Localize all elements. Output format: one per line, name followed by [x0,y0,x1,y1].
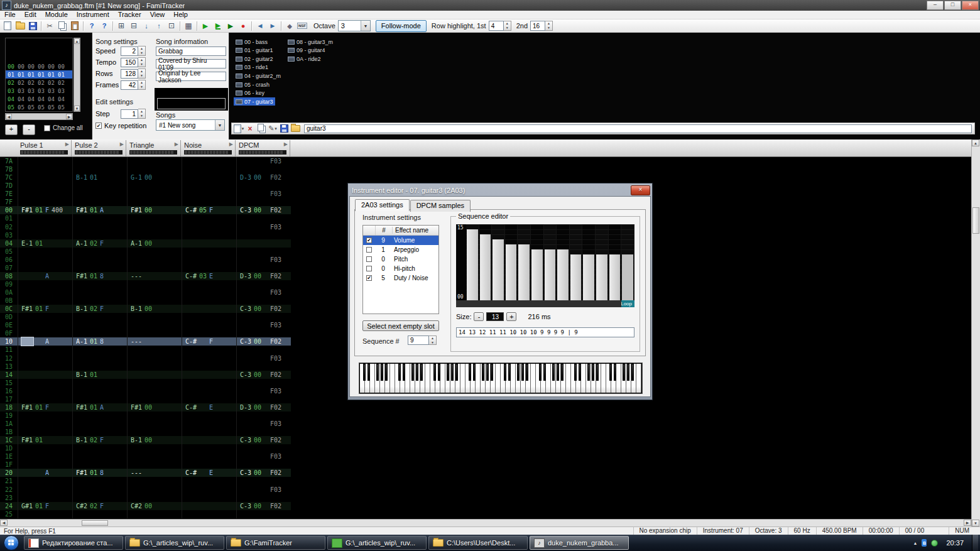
show-desktop-button[interactable] [972,535,978,551]
scroll-right-icon[interactable]: ▶ [66,114,72,119]
pattern-cell[interactable] [127,157,182,165]
pattern-cell[interactable] [236,428,291,436]
pattern-cell[interactable] [18,321,72,329]
taskbar-button[interactable]: C:\Users\User\Deskt... [428,536,528,550]
pattern-cell[interactable]: C-#F [182,337,236,346]
pattern-cell[interactable] [182,223,236,231]
sequence-number-spinner[interactable]: ▲▼ [429,336,437,345]
taskbar-button[interactable]: G:\_articles_wip\_ruv... [327,536,427,550]
black-key[interactable] [455,364,458,381]
pattern-cell[interactable] [182,379,236,387]
instrument-item[interactable]: 09 - guitar4 [286,46,327,55]
pattern-cell[interactable]: D-300F02 [236,173,291,182]
menu-item-tracker[interactable]: Tracker [114,11,146,19]
pattern-cell[interactable] [127,248,182,256]
pattern-cell[interactable] [182,428,236,436]
pattern-cell[interactable] [127,452,182,461]
black-key[interactable] [451,364,454,381]
pattern-cell[interactable]: F03 [236,486,291,494]
spinner-down-icon[interactable]: ▼ [138,74,145,78]
move-frame-down-button[interactable]: ↓ [140,20,153,31]
black-key[interactable] [433,364,436,381]
pattern-cell[interactable] [182,182,236,190]
pattern-cell[interactable] [236,477,291,485]
black-key[interactable] [416,364,418,381]
taskbar-button[interactable]: Редактирование ста... [24,536,123,550]
play-button[interactable]: ▶ [199,20,212,31]
white-key[interactable] [390,364,395,393]
pattern-cell[interactable] [182,321,236,329]
pattern-cell[interactable] [72,354,127,363]
spinner-down-icon[interactable]: ▼ [545,26,552,30]
pattern-cell[interactable]: C-#03E [182,272,236,280]
move-frame-up-button[interactable]: ↑ [153,20,165,31]
black-key[interactable] [411,364,414,381]
pattern-cell[interactable] [72,387,127,395]
sequence-enable-checkbox[interactable] [366,266,372,271]
channel-header-pulse2[interactable]: Pulse 2▶ [72,140,126,156]
pattern-cell[interactable] [127,461,182,469]
pattern-cell[interactable] [182,436,236,444]
pattern-cell[interactable] [182,371,236,379]
pattern-cell[interactable] [72,477,127,485]
pattern-cell[interactable]: A [18,469,72,477]
pattern-cell[interactable] [236,297,291,305]
pattern-cell[interactable] [236,346,291,354]
pattern-cell[interactable] [18,420,72,428]
pattern-cell[interactable] [127,264,182,272]
pattern-cell[interactable] [72,288,127,297]
pattern-cell[interactable]: F#100 [127,403,182,412]
pattern-cell[interactable] [182,494,236,502]
pattern-cell[interactable] [127,354,182,363]
pattern-cell[interactable] [18,428,72,436]
pattern-hscrollbar[interactable]: ◀ ▶ [0,519,971,526]
new-file-button[interactable] [1,20,14,31]
white-key[interactable] [496,364,501,393]
frame-row[interactable]: 050505050505 [6,103,72,111]
pattern-cell[interactable] [182,346,236,354]
instrument-item[interactable]: 02 - guitar2 [234,55,275,63]
pattern-cell[interactable] [182,412,236,420]
pattern-cell[interactable] [18,157,72,165]
channel-header-pulse1[interactable]: Pulse 1▶ [18,140,72,156]
frame-add-button[interactable]: + [5,124,18,135]
black-key[interactable] [596,364,599,381]
pattern-cell[interactable] [72,395,127,403]
channel-header-triangle[interactable]: Triangle▶ [127,140,181,156]
sequence-bar-column[interactable] [479,224,493,300]
black-key[interactable] [473,364,476,381]
remove-instrument-button[interactable]: × [244,124,256,134]
step-input[interactable]: 1 [121,109,138,119]
black-key[interactable] [403,364,405,381]
pattern-cell[interactable] [236,280,291,288]
channel-expand-icon[interactable]: ▶ [284,141,288,147]
sequence-bar-column[interactable] [531,224,544,300]
minimize-button[interactable]: – [927,1,944,10]
pattern-cell[interactable] [72,444,127,452]
pattern-cell[interactable] [182,157,236,165]
pattern-cell[interactable] [72,297,127,305]
scroll-up-icon[interactable]: ▲ [74,38,80,44]
black-key[interactable] [631,364,634,381]
chevron-down-icon[interactable]: ▼ [215,120,224,130]
pattern-cell[interactable] [127,329,182,337]
pattern-cell[interactable]: A [18,272,72,280]
spinner-down-icon[interactable]: ▼ [138,85,145,89]
menu-item-file[interactable]: File [0,11,20,19]
instrument-item[interactable]: 05 - crash [234,80,271,89]
pattern-cell[interactable] [72,231,127,239]
pattern-cell[interactable]: F03 [236,256,291,264]
dialog-title-bar[interactable]: Instrument editor - 07. guitar3 (2A03) × [349,185,651,196]
rows-input[interactable]: 128 [121,69,138,79]
pattern-cell[interactable]: F03 [236,223,291,231]
pattern-cell[interactable] [127,280,182,288]
change-all-checkbox[interactable] [44,125,50,131]
pattern-cell[interactable] [18,198,72,206]
channel-expand-icon[interactable]: ▶ [175,141,178,147]
pattern-cell[interactable] [72,223,127,231]
pattern-cell[interactable] [72,494,127,502]
black-key[interactable] [543,364,546,381]
songs-select[interactable]: #1 New song ▼ [156,119,225,131]
pattern-cell[interactable] [127,428,182,436]
pattern-cell[interactable]: F#101F [18,403,72,412]
